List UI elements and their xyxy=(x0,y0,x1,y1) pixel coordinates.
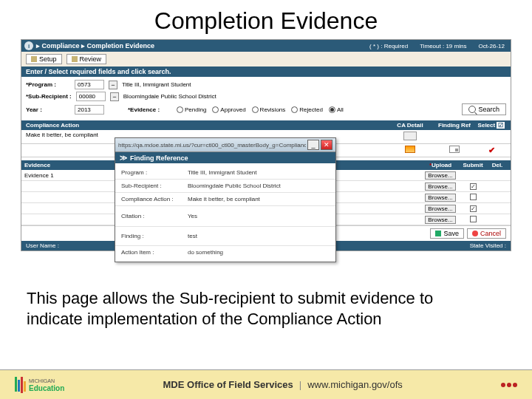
cancel-button[interactable]: Cancel xyxy=(467,228,506,239)
cancel-icon xyxy=(472,231,478,236)
year-input[interactable]: 2013 xyxy=(75,105,104,115)
review-icon xyxy=(72,56,78,62)
slide-caption: This page allows the Sub-recipient to su… xyxy=(27,288,488,330)
ev-col-upload: *Upload xyxy=(422,162,459,168)
ev-col-del: Del. xyxy=(487,162,508,168)
michigan-education-logo: MICHIGANEducation xyxy=(15,377,64,393)
submit-checkbox[interactable] xyxy=(470,216,477,222)
popup-row-action-item: Action Item :do something xyxy=(115,246,335,259)
program-desc: Title III, Immigrant Student xyxy=(122,81,191,88)
required-marker: ( * ) : Required xyxy=(366,43,411,50)
evidence-radio-group: Pending Approved Revisions Rejected All xyxy=(177,106,344,113)
subrecipient-desc: Bloomingdale Public School District xyxy=(123,93,216,100)
ev-col-submit: Submit xyxy=(459,162,487,168)
popup-url: https://qa.mdoe.state.mi.us/?cur=ctl00_c… xyxy=(118,142,306,149)
search-header: Enter / Select required fields and click… xyxy=(21,66,511,77)
browse-button[interactable]: Browse... xyxy=(425,183,455,191)
ca-detail-icon[interactable] xyxy=(405,146,415,153)
radio-all[interactable]: All xyxy=(329,106,344,113)
subrecipient-expand-button[interactable]: − xyxy=(110,92,119,101)
timeout-text: Timeout : 19 mins xyxy=(417,43,469,50)
save-icon xyxy=(435,231,441,236)
search-icon xyxy=(468,106,476,113)
subrecipient-label: *Sub-Recipient : xyxy=(26,93,72,100)
search-form: *Program : 0573 − Title III, Immigrant S… xyxy=(21,77,511,120)
info-icon: i xyxy=(24,41,33,50)
top-button-bar: Setup Review xyxy=(21,52,511,66)
popup-titlebar[interactable]: https://qa.mdoe.state.mi.us/?cur=ctl00_c… xyxy=(115,138,335,152)
breadcrumb: i ▸ Compliance ▸ Completion Evidence ( *… xyxy=(21,40,511,52)
review-button[interactable]: Review xyxy=(66,54,107,64)
radio-rejected[interactable]: Rejected xyxy=(291,106,323,113)
evidence-label: *Evidence : xyxy=(128,106,172,113)
submit-checkbox[interactable] xyxy=(470,183,477,190)
year-label: Year : xyxy=(26,106,70,113)
search-button[interactable]: Search xyxy=(462,103,506,115)
chevron-icon: ≫ xyxy=(120,154,127,162)
slide-footer: MICHIGANEducation MDE Office of Field Se… xyxy=(0,369,532,399)
minimize-button[interactable]: _ xyxy=(307,140,319,150)
ca-dropdown[interactable] xyxy=(403,132,417,140)
cherries-logo xyxy=(501,383,517,387)
radio-approved[interactable]: Approved xyxy=(212,106,245,113)
ca-col-finding: Finding Ref xyxy=(432,122,477,129)
radio-pending[interactable]: Pending xyxy=(177,106,206,113)
ca-col-detail: CA Detail xyxy=(388,122,432,129)
close-button[interactable]: ✕ xyxy=(321,140,332,150)
popup-row-citation: Citation :Yes xyxy=(115,206,335,227)
setup-icon xyxy=(31,56,37,62)
breadcrumb-path: ▸ Compliance ▸ Completion Evidence xyxy=(36,42,366,50)
select-check-icon[interactable]: ✔ xyxy=(488,146,495,154)
popup-row-program: Program :Title III, Immigrant Student xyxy=(115,166,335,180)
ev-col-name: Evidence xyxy=(24,162,76,168)
finding-ref-icon[interactable] xyxy=(449,146,460,153)
save-button[interactable]: Save xyxy=(430,228,464,239)
compliance-action-header: Compliance Action CA Detail Finding Ref … xyxy=(21,120,511,130)
state-visited-label: State Visited : xyxy=(470,242,506,249)
program-label: *Program : xyxy=(26,81,70,88)
popup-row-subrecipient: Sub-Recipient :Bloomingdale Public Schoo… xyxy=(115,180,335,193)
program-code-input[interactable]: 0573 xyxy=(75,80,104,89)
submit-checkbox[interactable] xyxy=(470,205,477,212)
submit-checkbox[interactable] xyxy=(470,194,477,200)
browse-button[interactable]: Browse... xyxy=(425,216,455,224)
evidence-label-1: Evidence 1 xyxy=(24,172,76,179)
slide-title: Completion Evidence xyxy=(0,0,532,39)
ca-col-select: Select ☑ xyxy=(477,122,506,129)
browse-button[interactable]: Browse... xyxy=(425,205,455,213)
browse-button[interactable]: Browse... xyxy=(425,194,455,202)
popup-header: ≫ Finding Reference xyxy=(115,152,335,163)
browse-button[interactable]: Browse... xyxy=(425,171,455,180)
setup-button[interactable]: Setup xyxy=(26,54,62,64)
date-text: Oct-26-12 xyxy=(475,43,508,50)
popup-row-compliance-action: Compliance Action :Make it better, be co… xyxy=(115,193,335,206)
footer-center-text: MDE Office of Field Services|www.michiga… xyxy=(76,379,489,390)
subrecipient-code-input[interactable]: 00080 xyxy=(76,92,106,101)
program-expand-button[interactable]: − xyxy=(109,81,117,89)
finding-reference-popup: https://qa.mdoe.state.mi.us/?cur=ctl00_c… xyxy=(115,137,336,262)
radio-revisions[interactable]: Revisions xyxy=(252,106,286,113)
ca-col-action: Compliance Action xyxy=(26,122,388,129)
popup-row-finding: Finding :test xyxy=(115,227,335,246)
